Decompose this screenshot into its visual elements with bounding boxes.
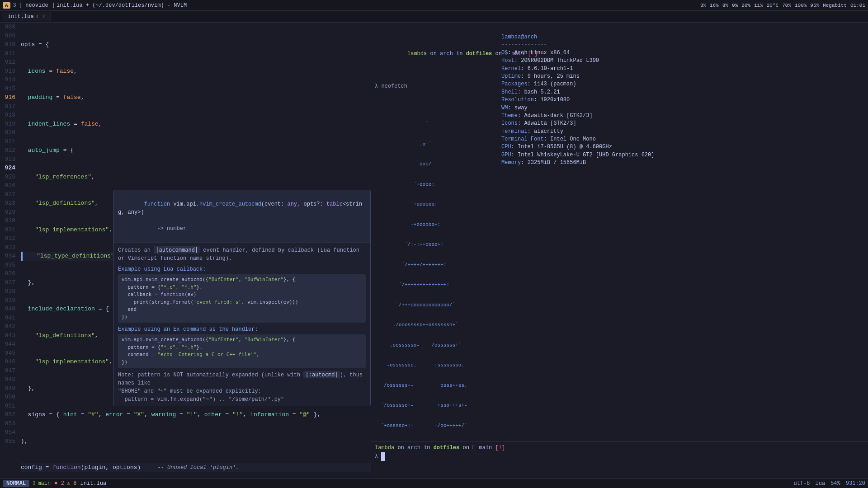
neovide-label: [ neovide ] — [19, 2, 55, 9]
bright-stat: 100% — [795, 3, 807, 8]
editor-pane: 908 909 910 911 912 913 914 915 916 917 … — [0, 23, 371, 478]
mem1-stat: 16% — [710, 3, 719, 8]
status-filename: init.lua — [80, 480, 107, 487]
main-area: 908 909 910 911 912 913 914 915 916 917 … — [0, 23, 868, 478]
hover-signature: function vim.api.nvim_create_autocmd(eve… — [113, 190, 370, 243]
time-stat: 01:01 — [850, 3, 865, 8]
bottom-prompt: lambda on arch in dotfiles on  main [!] — [375, 444, 864, 452]
tab-number: 3 — [13, 2, 16, 9]
net-stat: Megabitt — [823, 3, 847, 8]
tab-close-icon[interactable]: × — [42, 14, 45, 19]
topbar-left: A 3 [ neovide ] init.lua + (~/.dev/dotfi… — [3, 2, 187, 9]
ascii-art: -` .o+` `ooo/ `+oooo: `+oooooo: -+oooooo… — [375, 107, 501, 441]
mem2-stat: 8% — [722, 3, 728, 8]
status-branch:  main — [33, 480, 51, 487]
hover-popup: function vim.api.nvim_create_autocmd(eve… — [113, 190, 371, 406]
neofetch-info: lambda@arch -------------- OS: Arch Linu… — [501, 25, 864, 439]
vol-stat: 70% — [782, 3, 791, 8]
file-path: init.lua + (~/.dev/dotfiles/nvim) - NVIM — [57, 2, 187, 9]
vim-mode-indicator: A — [3, 2, 10, 9]
status-mode: NORMAL — [3, 480, 29, 487]
line-numbers: 908 909 910 911 912 913 914 915 916 917 … — [0, 23, 19, 478]
status-filetype: lua — [816, 480, 826, 487]
topbar: A 3 [ neovide ] init.lua + (~/.dev/dotfi… — [0, 0, 868, 11]
mem4-stat: 20% — [741, 3, 750, 8]
error-count: ✖ 2 — [54, 480, 64, 487]
topbar-stats: 3% 16% 8% 0% 20% 11% 20°C 70% 100% 95% M… — [700, 3, 865, 8]
separator: -------------- — [501, 42, 547, 48]
branch-name: main — [38, 480, 51, 487]
right-panel: lambda on arch in dotfiles on  main [!]… — [371, 23, 868, 478]
scroll-percent: 54% — [830, 480, 840, 487]
warning-count: ⚠ 8 — [67, 480, 77, 487]
tab-modified-indicator: + — [36, 14, 39, 20]
file-tab-init-lua[interactable]: init.lua + × — [2, 12, 51, 21]
neofetch-ascii: lambda on arch in dotfiles on  main [!]… — [375, 25, 501, 439]
mem3-stat: 0% — [732, 3, 738, 8]
mem5-stat: 11% — [754, 3, 763, 8]
status-right: utf-8 lua 54% 931:20 — [794, 480, 865, 487]
statusbar: NORMAL  main ✖ 2 ⚠ 8 init.lua utf-8 lua… — [0, 478, 868, 488]
user-host: lambda@arch — [501, 34, 537, 40]
tabsbar: init.lua + × — [0, 11, 868, 23]
top-prompt-line: lambda on arch in dotfiles on  main [!] — [375, 41, 501, 67]
branch-icon:  — [33, 480, 36, 487]
status-diagnostics: ✖ 2 ⚠ 8 — [54, 480, 76, 487]
cpu-stat: 3% — [700, 3, 706, 8]
tab-filename: init.lua — [8, 14, 34, 20]
terminal-top: lambda on arch in dotfiles on  main [!]… — [371, 23, 868, 441]
hover-body: Creates an |autocommand| event handler, … — [113, 243, 370, 406]
neofetch-cmd: λ neofetch — [375, 83, 501, 90]
bat-stat: 95% — [810, 3, 819, 8]
temp-stat: 20°C — [767, 3, 778, 8]
cursor-position: 931:20 — [846, 480, 865, 487]
terminal-bottom[interactable]: lambda on arch in dotfiles on  main [!]… — [371, 442, 868, 478]
encoding: utf-8 — [794, 480, 810, 487]
terminal-cursor-line: λ — [375, 452, 864, 461]
